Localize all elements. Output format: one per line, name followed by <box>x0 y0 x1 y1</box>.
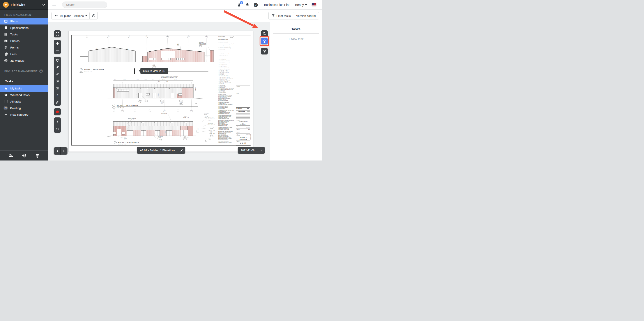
sidebar-item-forms[interactable]: Forms <box>0 44 48 51</box>
svg-text:26.02: 26.02 <box>205 114 207 114</box>
history-button[interactable] <box>89 12 98 19</box>
svg-text:PLANS & ELEVATIONS: PLANS & ELEVATIONS <box>218 39 228 40</box>
svg-text:26.05 PV PANELS, BY OWNER: 26.05 PV PANELS, BY OWNER <box>218 124 228 125</box>
search-plan-button[interactable] <box>261 30 268 37</box>
help-question-icon[interactable]: ? <box>253 2 258 7</box>
user-name: Benny <box>295 3 304 6</box>
record-button[interactable] <box>54 108 61 115</box>
sidebar-item-3d-models[interactable]: 3D Models <box>0 57 48 64</box>
next-sheet-button[interactable] <box>61 147 68 155</box>
svg-text:3.06: 3.06 <box>180 102 182 103</box>
user-menu[interactable]: Benny <box>295 3 307 6</box>
svg-text:±10'-9": ±10'-9" <box>144 79 147 80</box>
svg-text:8.01: 8.01 <box>161 101 163 101</box>
previous-sheet-button[interactable] <box>54 147 60 155</box>
bell-icon[interactable] <box>245 2 250 7</box>
svg-text:SCALE: 1/8" = 1'-0": SCALE: 1/8" = 1'-0" <box>118 145 126 146</box>
svg-text:2: 2 <box>114 105 114 106</box>
svg-text:A: A <box>129 36 130 37</box>
text-tool[interactable]: a <box>54 92 61 99</box>
svg-text:Project Title:: Project Title: <box>236 35 240 36</box>
svg-text:8.07 SUPPLY AIR: 8.07 SUPPLY AIR <box>218 83 224 84</box>
svg-text:±20'-10": ±20'-10" <box>162 79 165 80</box>
zoom-in-button[interactable] <box>54 40 61 47</box>
select-group <box>54 117 61 133</box>
edit-pencil-icon[interactable] <box>178 147 185 154</box>
markup-tools-group: a <box>54 57 61 106</box>
sidebar-item-new-category[interactable]: New category <box>0 111 48 118</box>
svg-text:6.02 WOOD POST (SSD): 6.02 WOOD POST (SSD) <box>218 59 226 60</box>
visibility-button[interactable] <box>261 48 268 54</box>
actions-button[interactable]: Actions <box>71 12 90 19</box>
svg-text:No.: No. <box>236 108 238 109</box>
sidebar-item-files[interactable]: Files <box>0 51 48 57</box>
sidebar-item-label: 3D Models <box>10 59 24 62</box>
sidebar-item-label: Photos <box>10 39 20 43</box>
shapes-tool[interactable] <box>54 78 61 85</box>
undo-button[interactable] <box>54 125 61 133</box>
pen-tool[interactable] <box>54 71 61 78</box>
plan-viewer[interactable]: CBAABCD7654321 <box>48 22 270 160</box>
toolbox-tool[interactable] <box>54 85 61 92</box>
sidebar-item-tasks[interactable]: Tasks <box>0 31 48 38</box>
svg-text:VAO: VAO <box>248 129 250 130</box>
sidebar-footer <box>0 151 48 160</box>
svg-text:03/24/15: 03/24/15 <box>247 113 250 114</box>
svg-text:32.06 PLANTING, BY OWNER: 32.06 PLANTING, BY OWNER <box>218 135 228 136</box>
search-box[interactable] <box>62 1 107 8</box>
chevron-down-icon[interactable] <box>42 4 45 6</box>
sidebar-item-label: Files <box>10 52 17 56</box>
svg-text:32.07 METAL FENCING & GATE: 32.07 METAL FENCING & GATE <box>218 136 228 137</box>
3d-cube-icon <box>263 39 266 43</box>
svg-text:23.05 MECHANICAL UNIT (SMD): 23.05 MECHANICAL UNIT (SMD) <box>218 118 229 119</box>
sidebar-item-all-tasks[interactable]: All tasks <box>0 98 48 105</box>
sidebar-item-specifications[interactable]: Specifications <box>0 24 48 31</box>
svg-text:Project ID:: Project ID: <box>236 126 240 127</box>
plan-sheet[interactable]: CBAABCD7654321 <box>68 31 253 152</box>
trash-icon[interactable] <box>35 153 40 158</box>
zoom-out-button[interactable] <box>54 47 61 54</box>
svg-text:8.01 METAL DOORS AND FRAMES: 8.01 METAL DOORS AND FRAMES <box>218 77 230 78</box>
new-task-button[interactable]: + New task <box>270 37 322 41</box>
sidebar-item-photos[interactable]: Photos <box>0 38 48 44</box>
svg-text:8.03 SOLID WOOD DOORS: 8.03 SOLID WOOD DOORS <box>218 79 227 80</box>
measure-ruler-tool[interactable] <box>54 99 61 106</box>
plans-icon <box>4 19 8 23</box>
us-flag-icon[interactable] <box>312 3 316 6</box>
sidebar-item-plans[interactable]: Plans <box>0 18 48 24</box>
sidebar-item-painting[interactable]: PA Painting <box>0 105 48 111</box>
svg-text:SET: SET <box>242 123 244 124</box>
version-date-pill[interactable]: 2022-11-08 <box>238 147 265 154</box>
people-icon[interactable] <box>8 153 13 158</box>
plan-name-pill[interactable]: A3.01 - Building 1 Elevations <box>137 147 185 154</box>
svg-text:KEYNOTES: KEYNOTES <box>218 36 225 38</box>
location-pin-tool[interactable] <box>54 57 61 64</box>
svg-text:±18'-0": ±18'-0" <box>136 79 139 80</box>
select-cursor-button[interactable] <box>54 117 61 125</box>
help-icon[interactable]: ? <box>40 70 43 73</box>
sidebar-item-my-tasks[interactable]: My tasks <box>0 85 48 92</box>
svg-text:11'-0": 11'-0" <box>165 131 166 133</box>
svg-text:7.05 ROOF VENTS: 7.05 ROOF VENTS <box>218 73 224 74</box>
gear-icon[interactable] <box>22 153 26 158</box>
hamburger-menu-icon[interactable] <box>52 3 56 6</box>
svg-text:32.08 DECOMPOSED GRANITE (SLD: 32.08 DECOMPOSED GRANITE (SLD) <box>218 137 231 138</box>
fullscreen-button[interactable] <box>54 30 61 37</box>
svg-text:CANTILEVERED: CANTILEVERED <box>158 136 163 137</box>
version-control-button[interactable]: Version control <box>293 12 319 19</box>
workspace-switcher[interactable]: Fieldwire <box>0 0 48 10</box>
eye-icon <box>4 93 8 97</box>
svg-text:Building 1: Building 1 <box>240 137 247 139</box>
search-input[interactable] <box>66 3 105 6</box>
svg-text:5.05: 5.05 <box>211 136 212 137</box>
svg-text:21'-6": 21'-6" <box>198 128 198 130</box>
svg-text:33.02 STORM DRAIN (SCD), BY O: 33.02 STORM DRAIN (SCD), BY OWNER <box>218 142 232 143</box>
svg-text:A: A <box>146 36 147 37</box>
link-tool[interactable] <box>54 64 61 71</box>
labs-flask-icon[interactable]: 1 <box>236 2 242 7</box>
view-3d-button[interactable] <box>261 38 268 44</box>
sidebar-item-watched-tasks[interactable]: Watched tasks <box>0 92 48 98</box>
version-caret-icon[interactable] <box>258 147 265 154</box>
svg-text:Stamp:: Stamp: <box>236 93 239 94</box>
filter-tasks-button[interactable]: Filter tasks <box>268 12 294 19</box>
